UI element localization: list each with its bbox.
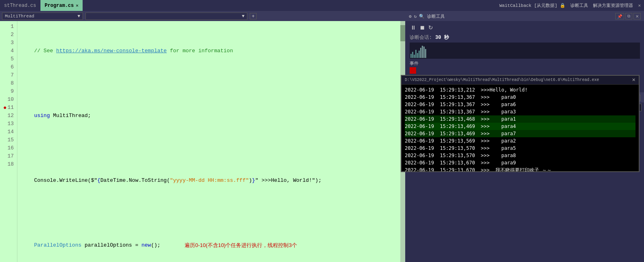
code-line-1: // See https://aka.ms/new-console-templa… xyxy=(17,47,400,55)
diag-panel-buttons: 📌 ⧉ ✕ xyxy=(615,13,641,19)
zoom-icon: 🔍 xyxy=(419,14,425,19)
con-line-0: 2022-06-19 15:29:13,212 >>>Hello, World! xyxy=(405,86,635,94)
tab-Program[interactable]: Program.cs ✕ xyxy=(40,0,83,11)
close-right-icon[interactable]: ✕ xyxy=(638,3,641,8)
con-line-7: 2022-06-19 15:29:13,569 >>> para2 xyxy=(405,137,635,145)
code-line-3: using MultiThread; xyxy=(17,112,400,120)
console-window: D:\VS2022_Project\Wesky\MultiThread\Mult… xyxy=(401,75,640,172)
namespace-dropdown[interactable]: MultiThread ▼ xyxy=(2,13,83,20)
tab-bar: stThread.cs Program.cs ✕ WaitCallback [从… xyxy=(0,0,644,11)
code-lines: // See https://aka.ms/new-console-templa… xyxy=(17,21,400,262)
settings-icon: ⚙ xyxy=(409,14,412,19)
code-panel: MultiThread ▼ ▼ + 12345 678910 ● 11 1213… xyxy=(0,11,405,262)
line-numbers: 12345 678910 ● 11 12131415161718 xyxy=(0,21,17,262)
con-line-5: 2022-06-19 15:29:13,469 >>> para4 xyxy=(405,123,635,130)
tab-stThread-label: stThread.cs xyxy=(4,3,36,9)
tab-Program-label: Program.cs xyxy=(45,3,74,9)
session-label: 诊断会话: xyxy=(410,34,432,41)
code-line-2 xyxy=(17,79,400,87)
expand-button[interactable]: + xyxy=(250,13,257,19)
pin-button[interactable]: 📌 xyxy=(615,13,624,19)
console-titlebar: D:\VS2022_Project\Wesky\MultiThread\Mult… xyxy=(402,76,639,85)
refresh-session-button[interactable]: ↻ xyxy=(427,23,434,32)
diag-title-bar: ⚙ ↻ 🔍 诊断工具 📌 ⧉ ✕ xyxy=(406,11,644,21)
chevron-down-icon: ▼ xyxy=(77,14,80,19)
tab-stThread[interactable]: stThread.cs xyxy=(0,0,40,11)
breakpoint-icon: ● xyxy=(3,104,6,112)
close-diag-button[interactable]: ✕ xyxy=(633,13,641,19)
console-close-button[interactable]: ✕ xyxy=(632,77,635,83)
diag-controls: ⏸ ⏹ ↻ xyxy=(410,23,640,32)
scroll-thumb[interactable] xyxy=(400,25,405,41)
chevron-down-icon2: ▼ xyxy=(242,14,244,19)
diag-session-row: 诊断会话: 30 秒 xyxy=(410,34,640,41)
code-content[interactable]: 12345 678910 ● 11 12131415161718 // See … xyxy=(0,21,405,262)
code-line-4 xyxy=(17,144,400,152)
method-dropdown[interactable]: ▼ xyxy=(85,13,247,20)
refresh-icon[interactable]: ↻ xyxy=(414,14,417,19)
event-indicator xyxy=(410,67,416,74)
con-line-8: 2022-06-19 15:29:13,570 >>> para5 xyxy=(405,145,635,152)
solution-tab[interactable]: 解决方案资源管理器 xyxy=(593,2,633,9)
code-line-7: ParallelOptions parallelOptions = new();… xyxy=(17,241,400,249)
detach-button[interactable]: ⧉ xyxy=(625,13,632,19)
con-line-10: 2022-06-19 15:29:13,670 >>> para9 xyxy=(405,159,635,166)
code-line-6 xyxy=(17,209,400,217)
perf-graph xyxy=(410,43,640,59)
waitcallback-tab[interactable]: WaitCallback [从元数据] 🔒 xyxy=(499,2,566,9)
con-line-9: 2022-06-19 15:29:13,570 >>> para8 xyxy=(405,152,635,159)
session-value: 30 秒 xyxy=(435,34,449,41)
code-line-5: Console.WriteLine($"{DateTime.Now.ToStri… xyxy=(17,177,400,185)
con-line-1: 2022-06-19 15:29:13,367 >>> para0 xyxy=(405,94,635,101)
diag-title: 诊断工具 xyxy=(427,13,445,19)
code-toolbar: MultiThread ▼ ▼ + xyxy=(0,11,405,21)
stop-button[interactable]: ⏹ xyxy=(419,23,426,32)
diagnostics-tab[interactable]: 诊断工具 xyxy=(570,2,588,9)
con-line-3: 2022-06-19 15:29:13,367 >>> para3 xyxy=(405,108,635,115)
console-title-text: D:\VS2022_Project\Wesky\MultiThread\Mult… xyxy=(405,78,632,82)
con-line-11: 2022-06-19 15:29:13,670 >>> 我不晓得要打印啥子 ～～ xyxy=(405,166,635,171)
console-body: 2022-06-19 15:29:13,212 >>>Hello, World!… xyxy=(402,85,639,171)
events-label: 事件 xyxy=(410,60,640,66)
tab-modified-icon: ✕ xyxy=(76,3,79,8)
con-line-2: 2022-06-19 15:29:13,367 >>> para6 xyxy=(405,101,635,108)
pause-button[interactable]: ⏸ xyxy=(410,23,417,32)
con-line-6: 2022-06-19 15:29:13,469 >>> para7 xyxy=(405,130,635,137)
con-line-4: 2022-06-19 15:29:13,468 >>> para1 xyxy=(405,115,635,123)
